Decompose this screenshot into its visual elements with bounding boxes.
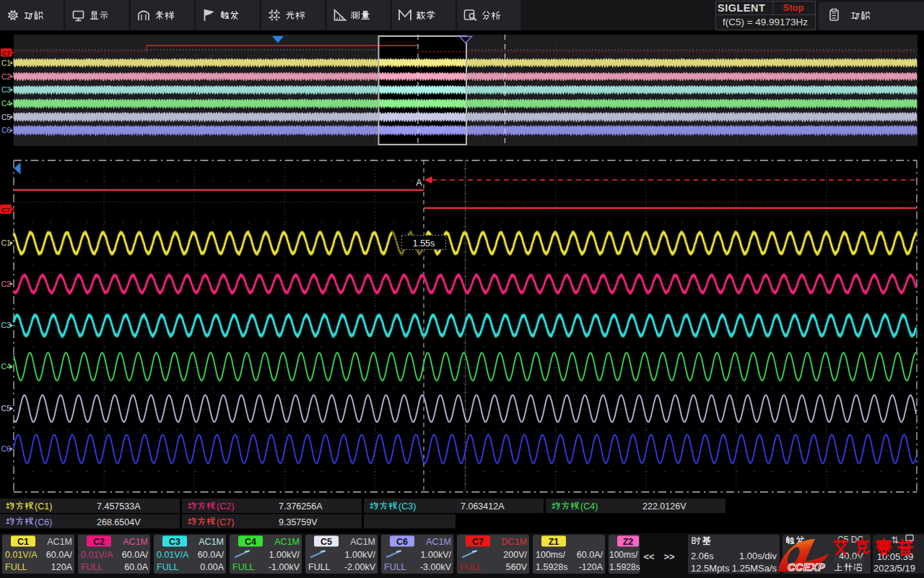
- svg-text:AC1M: AC1M: [123, 537, 148, 547]
- svg-text:60.0A/: 60.0A/: [46, 550, 73, 560]
- svg-text:⇅: ⇅: [892, 535, 899, 545]
- svg-text:1.5928s: 1.5928s: [609, 562, 640, 572]
- svg-text:FULL: FULL: [384, 562, 406, 572]
- svg-text:C7: C7: [2, 50, 11, 57]
- svg-text:1.00kV/: 1.00kV/: [421, 550, 452, 560]
- svg-text:C6: C6: [396, 537, 408, 547]
- svg-text:C3: C3: [1, 321, 12, 329]
- svg-text:CCEXP: CCEXP: [788, 561, 825, 573]
- svg-text:AC1M: AC1M: [426, 537, 451, 547]
- svg-text:7.376256A: 7.376256A: [279, 501, 323, 512]
- svg-text:-3.00kV: -3.00kV: [420, 562, 452, 572]
- svg-text:1.00kV/: 1.00kV/: [345, 550, 376, 560]
- svg-text:C5: C5: [321, 537, 332, 547]
- svg-text:DC1M: DC1M: [502, 537, 527, 547]
- svg-text:>>: >>: [663, 551, 675, 562]
- svg-text:Stop: Stop: [783, 2, 804, 13]
- svg-text:222.0126V: 222.0126V: [642, 501, 687, 512]
- svg-text:AC1M: AC1M: [274, 537, 300, 547]
- svg-text:FULL: FULL: [5, 562, 27, 572]
- svg-text:·: ·: [848, 556, 850, 564]
- svg-text:100ms/: 100ms/: [609, 550, 638, 560]
- svg-text:1.25MSa/s: 1.25MSa/s: [732, 563, 777, 574]
- svg-text:12.5Mpts: 12.5Mpts: [691, 563, 730, 574]
- svg-text:1.00s/div: 1.00s/div: [739, 551, 777, 561]
- svg-text:100ms/: 100ms/: [536, 550, 566, 560]
- svg-text:60.0A/: 60.0A/: [577, 550, 603, 560]
- svg-text:(C3): (C3): [398, 501, 416, 512]
- svg-text:2.06s: 2.06s: [691, 551, 714, 561]
- svg-text:A: A: [416, 178, 422, 188]
- svg-text:FULL: FULL: [157, 562, 179, 572]
- svg-text:(C1): (C1): [35, 501, 52, 512]
- svg-text:60.0A/: 60.0A/: [198, 550, 225, 560]
- svg-text:(C4): (C4): [580, 501, 598, 512]
- svg-text:0.01V/A: 0.01V/A: [81, 550, 113, 560]
- svg-text:268.6504V: 268.6504V: [97, 517, 141, 527]
- svg-text:C1: C1: [1, 59, 11, 67]
- svg-text:C2: C2: [1, 73, 11, 81]
- svg-text:C1: C1: [1, 238, 12, 247]
- svg-text:2023/5/19: 2023/5/19: [873, 563, 915, 574]
- svg-text:60.0A/: 60.0A/: [122, 550, 149, 560]
- svg-text:C6: C6: [1, 444, 12, 453]
- svg-text:0.01V/A: 0.01V/A: [157, 550, 189, 560]
- svg-text:(C7): (C7): [217, 517, 234, 527]
- svg-text:200V/: 200V/: [503, 550, 527, 560]
- svg-text:560V: 560V: [506, 562, 528, 572]
- svg-text:(C2): (C2): [217, 501, 234, 512]
- svg-text:-120A: -120A: [579, 562, 603, 572]
- svg-text:FULL: FULL: [81, 562, 103, 572]
- svg-text:60.0A: 60.0A: [124, 562, 148, 572]
- svg-text:C2: C2: [93, 537, 105, 547]
- svg-text:7.457533A: 7.457533A: [97, 501, 141, 512]
- svg-text:FULL: FULL: [232, 562, 255, 572]
- svg-text:Z1: Z1: [549, 537, 559, 547]
- svg-text:C1: C1: [17, 537, 29, 547]
- svg-text:1.5928s: 1.5928s: [536, 562, 567, 572]
- svg-text:FULL: FULL: [308, 562, 331, 572]
- svg-text:1.00kV/: 1.00kV/: [269, 550, 300, 560]
- svg-text:C6: C6: [1, 126, 11, 134]
- svg-text:C3: C3: [1, 86, 11, 94]
- svg-text:9.35759V: 9.35759V: [279, 517, 318, 527]
- svg-text:AC1M: AC1M: [47, 537, 72, 547]
- svg-text:-2.00kV: -2.00kV: [344, 562, 376, 572]
- svg-text:7.063412A: 7.063412A: [461, 501, 505, 512]
- svg-text:C5: C5: [1, 404, 12, 413]
- svg-text:C4: C4: [1, 362, 12, 371]
- svg-text:C4: C4: [245, 537, 256, 547]
- svg-text:AC1M: AC1M: [350, 537, 375, 547]
- svg-text:120A: 120A: [51, 562, 73, 572]
- svg-text:0.01V/A: 0.01V/A: [5, 550, 38, 560]
- svg-text:1.55s: 1.55s: [413, 238, 435, 249]
- svg-text:(C6): (C6): [35, 517, 52, 527]
- svg-text:FULL: FULL: [460, 562, 482, 572]
- svg-text:C3: C3: [169, 537, 180, 547]
- svg-text:C5: C5: [1, 113, 11, 121]
- svg-text:SIGLENT: SIGLENT: [718, 2, 765, 14]
- svg-text:AC1M: AC1M: [199, 537, 224, 547]
- svg-text:<<: <<: [643, 551, 655, 562]
- svg-text:C2: C2: [1, 280, 12, 288]
- svg-text:C7: C7: [1, 206, 10, 214]
- svg-text:Z2: Z2: [623, 537, 634, 547]
- svg-text:f(C5) = 49.99173Hz: f(C5) = 49.99173Hz: [723, 17, 808, 27]
- svg-text:0.00A: 0.00A: [200, 562, 224, 572]
- svg-text:-1.00kV: -1.00kV: [269, 562, 300, 572]
- svg-text:C7: C7: [472, 537, 484, 547]
- svg-text:C4: C4: [1, 100, 11, 108]
